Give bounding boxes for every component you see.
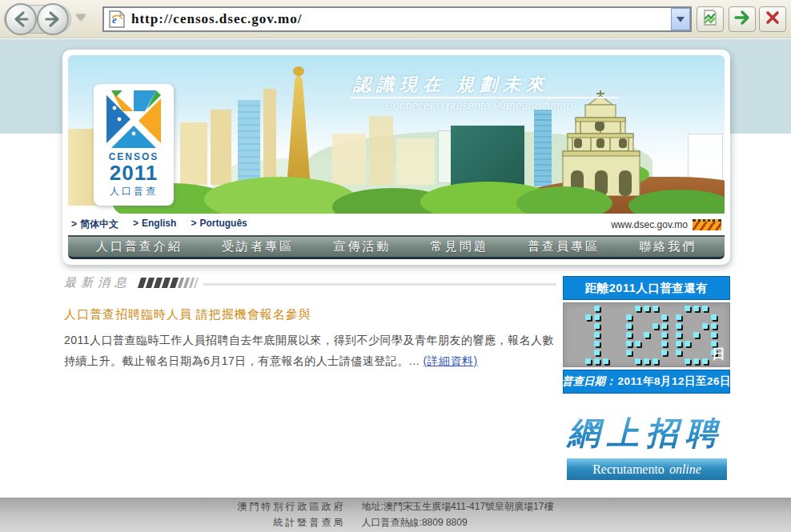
nav-item-4[interactable]: 普查員專區 [528,239,600,254]
digit-dot [603,358,608,364]
digit-dot [711,332,717,338]
building-shape [238,100,260,185]
nav-item-0[interactable]: 人口普查介紹 [96,239,183,254]
tree-shape [516,186,612,214]
page-footer: 澳門特別行政區政府 統計暨普查局 地址:澳門宋玉生廣場411-417號皇朝廣場1… [0,498,791,532]
digit-dot [635,358,640,364]
digit-dot [594,332,600,338]
ticker-bars-decoration [139,278,197,288]
browser-toolbar: e http://censos.dsec.gov.mo/ [0,0,791,38]
language-row: >简体中文>English>Português www.dsec.gov.mo [68,214,725,235]
browser-window: e http://censos.dsec.gov.mo/ [0,0,791,532]
news-section-title: 最新消息 [64,275,131,290]
censos-2011-logo: CENSOS 2011 人口普查 [94,84,174,206]
language-links: >简体中文>English>Português [71,218,247,231]
news-header: 最新消息 [64,275,556,290]
nav-item-3[interactable]: 常見問題 [431,239,488,254]
divider-line [203,283,556,286]
digit-dot [693,306,699,311]
site-header-card: 認識現在 規劃未來 Conhecer o presente Planear o … [62,50,730,265]
ticker-bar [194,278,199,288]
stop-x-icon [764,9,781,30]
address-dropdown-button[interactable] [671,8,690,30]
digit-dot [661,314,667,320]
stop-button[interactable] [759,6,786,32]
digit-dot [676,332,681,338]
digit-dot [711,323,717,329]
building-shape [263,89,276,185]
countdown-unit: 日 [712,345,725,363]
address-bar[interactable]: e http://censos.dsec.gov.mo/ [102,6,692,32]
refresh-button[interactable] [697,6,724,32]
slogan-underline [350,97,619,98]
nav-item-2[interactable]: 宣傳活動 [333,239,391,254]
digit-dot [661,350,667,355]
recent-pages-dropdown[interactable] [76,14,86,21]
dsec-site-link[interactable]: www.dsec.gov.mo [611,219,721,230]
recruitment-subtitle-main: Recrutamento [592,462,665,477]
go-button[interactable] [729,6,756,32]
digit-dot [661,341,667,346]
tower-top-shape [293,66,304,76]
digit-dot [693,332,699,338]
digit-dot [693,358,699,364]
chevron-right-icon: > [191,218,196,229]
dsec-url-text[interactable]: www.dsec.gov.mo [611,219,688,230]
footer-bureau-line: 統計暨普查局 [238,515,346,530]
language-link-1[interactable]: >English [133,218,176,231]
refresh-page-icon [701,9,719,30]
back-button[interactable] [5,3,37,35]
digit-dot [594,341,600,346]
language-link-2[interactable]: >Português [191,218,247,231]
digit-dot [594,306,600,311]
building-shape [180,122,207,185]
chevron-right-icon: > [71,218,77,230]
recruitment-subtitle-em: online [669,462,701,477]
logo-caption: 人口普查 [94,185,174,198]
go-arrow-icon [733,9,751,30]
language-link-0[interactable]: >简体中文 [71,218,118,231]
url-text[interactable]: http://censos.dsec.gov.mo/ [131,11,671,27]
digit-dot [626,314,632,320]
language-link-label: Português [199,218,247,229]
census-date-bar: 普查日期： 2011年8月12日至26日 [563,370,730,394]
digit-dot [626,332,632,338]
news-section: 最新消息 人口普查招聘臨時人員 請把握機會報名參與 2011人口普查臨時工作人員… [64,275,556,372]
dsec-logo-icon [693,219,721,230]
banner-slogan-pt: Conhecer o presente Planear o futuro [385,99,572,112]
digit-dot [711,314,717,320]
nav-item-1[interactable]: 受訪者專區 [222,239,294,254]
digit-dot [652,306,658,311]
building-shape [332,134,366,185]
digit-dot [635,306,640,311]
digit-dot [702,306,708,311]
banner-slogan-zh: 認識現在 規劃未來 [353,73,641,97]
digit-dot [626,341,632,346]
building-shape [396,138,435,185]
news-headline[interactable]: 人口普查招聘臨時人員 請把握機會報名參與 [64,307,556,322]
digit-dot [676,341,681,346]
digit-dot [594,350,600,355]
censos-logo-mark [105,90,163,150]
digit-dot [644,358,649,364]
countdown-title: 距離2011人口普查還有 [563,276,730,300]
recruitment-title-zh[interactable]: 網上招聘 [563,411,730,455]
digit-dot [644,306,649,311]
online-recruitment-banner[interactable]: 網上招聘 Recrutamento online [563,411,730,480]
digit-dot [585,358,591,364]
footer-contact: 地址:澳門宋玉生廣場411-417號皇朝廣場17樓 人口普查熱線:8809 88… [362,499,554,530]
nav-item-5[interactable]: 聯絡我們 [639,239,697,254]
main-navigation: 人口普查介紹受訪者專區宣傳活動常見問題普查員專區聯絡我們 [68,235,725,259]
digit-dot [685,341,690,346]
digit-dot [676,323,681,329]
digit-dot [652,323,658,329]
recruitment-subtitle-bar[interactable]: Recrutamento online [567,458,727,480]
news-detail-link[interactable]: (詳細資料) [423,354,477,367]
news-body-text: 2011人口普查臨時工作人員招聘自去年底開展以來，得到不少同學及青年朋友的響應，… [64,334,554,367]
ie-page-favicon-icon: e [109,10,125,28]
logo-year: 2011 [94,162,174,183]
language-link-label: 简体中文 [80,218,118,230]
building-shape [369,116,393,185]
forward-button[interactable] [37,3,69,35]
census-date-value: 2011年8月12日至26日 [618,374,731,389]
